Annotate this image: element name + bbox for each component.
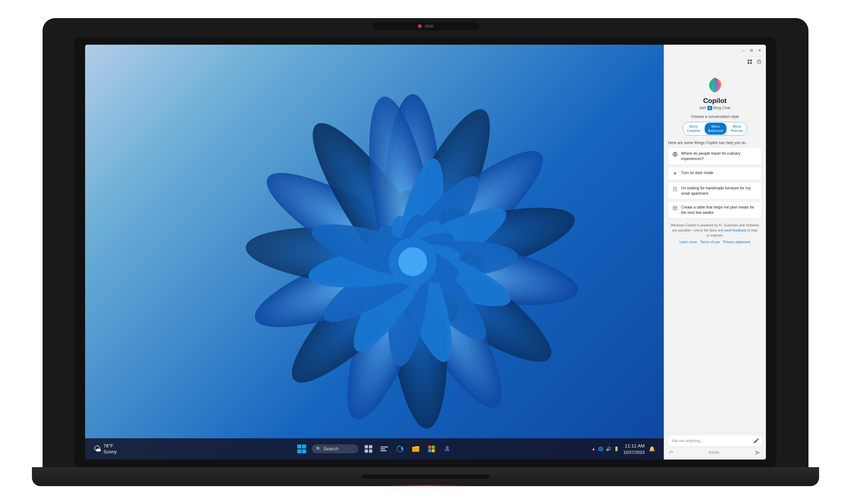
style-balanced-button[interactable]: MoreBalanced (705, 123, 726, 135)
store-button[interactable] (426, 443, 437, 455)
input-footer: 0/4000 (667, 447, 762, 457)
svg-rect-39 (428, 449, 431, 452)
new-conversation-icon[interactable] (668, 449, 675, 456)
wallpaper-flower (221, 61, 604, 444)
search-icon: 🔍 (316, 446, 321, 451)
svg-point-28 (398, 248, 427, 276)
footer-disclaimer: Windows Copilot is powered by AI. Surpri… (668, 223, 762, 238)
footer-links: Learn more Terms of use Privacy statemen… (680, 240, 750, 244)
terms-link[interactable]: Terms of use (700, 240, 720, 244)
style-precise-button[interactable]: MorePrecise (727, 123, 746, 135)
system-clock[interactable]: 11:11 AM 10/27/2023 (623, 443, 645, 455)
weather-temp: 78°F (103, 443, 116, 449)
suggestion-item-1[interactable]: Where do people travel for culinary expe… (668, 148, 762, 165)
input-box[interactable]: Ask me anything... 🎤 (667, 435, 762, 447)
weather-widget[interactable]: 🌤 78°F Sunny (94, 443, 116, 455)
style-buttons-group: MoreCreative MoreBalanced MorePrecise (683, 122, 747, 136)
copilot-title: Copilot (703, 97, 726, 105)
suggestion-item-2[interactable]: Turn on dark mode (668, 167, 762, 180)
copilot-logo (705, 75, 724, 95)
input-placeholder: Ask me anything... (672, 439, 752, 443)
svg-rect-37 (428, 446, 431, 449)
char-count: 0/4000 (709, 451, 719, 455)
taskbar-center: 🔍 Search (296, 443, 453, 455)
bing-badge: b (707, 106, 712, 110)
search-label: Search (323, 446, 338, 452)
learn-more-link[interactable]: Learn more (680, 240, 697, 244)
privacy-link[interactable]: Privacy statement (723, 240, 750, 244)
file-explorer-button[interactable] (410, 443, 421, 455)
suggestion-icon-4 (672, 205, 678, 212)
copilot-body: Copilot with b Bing Chat Choose a conver… (664, 67, 766, 432)
maximize-button[interactable]: ⧉ (748, 47, 755, 54)
grid-view-icon[interactable] (746, 58, 753, 65)
suggestion-icon-2 (672, 170, 678, 177)
svg-rect-29 (365, 445, 368, 449)
webcam-bar (372, 22, 479, 31)
tray-arrow[interactable]: ▲ (592, 447, 596, 451)
system-tray[interactable]: ▲ 🌐 🔊 🔋 (592, 446, 619, 451)
svg-rect-33 (380, 447, 388, 447)
send-button[interactable] (753, 449, 762, 457)
suggestion-text-4: Create a table that helps me plan meals … (681, 205, 758, 215)
copilot-subtitle: with b Bing Chat (699, 106, 730, 110)
tray-network[interactable]: 🌐 (598, 446, 603, 451)
laptop-hinge (362, 474, 489, 479)
taskbar-left: 🌤 78°F Sunny (94, 443, 116, 455)
svg-rect-32 (369, 449, 372, 453)
svg-rect-31 (365, 449, 368, 453)
svg-rect-43 (750, 59, 752, 61)
svg-rect-34 (380, 449, 385, 449)
copilot-toolbar (664, 56, 766, 67)
svg-rect-38 (432, 446, 435, 449)
svg-rect-42 (748, 59, 749, 61)
tray-battery[interactable]: 🔋 (614, 446, 619, 451)
wallpaper: 🌤 78°F Sunny (85, 45, 664, 460)
laptop-outer: 🌤 78°F Sunny (42, 18, 809, 486)
conversation-style-label: Choose a conversation style (691, 114, 739, 119)
minimize-button[interactable]: — (740, 47, 746, 54)
suggestion-text-3: I'm looking for handmade furniture for m… (681, 185, 758, 196)
close-button[interactable]: ✕ (756, 47, 763, 54)
suggestion-item-3[interactable]: I'm looking for handmade furniture for m… (668, 182, 762, 199)
taskbar-right: ▲ 🌐 🔊 🔋 11:11 AM 10/27/2023 🔔 (592, 443, 655, 455)
task-view-button[interactable] (363, 443, 374, 455)
suggestion-text-2: Turn on dark mode (681, 170, 713, 176)
style-creative-button[interactable]: MoreCreative (684, 123, 704, 135)
suggestions-header: Here are some things Copilot can help yo… (668, 141, 762, 145)
suggestion-icon-3 (672, 185, 678, 192)
edge-button[interactable] (394, 443, 406, 455)
webcam-dot (418, 24, 422, 28)
weather-condition: Sunny (103, 449, 116, 455)
red-accent (383, 485, 468, 486)
widgets-button[interactable] (379, 443, 390, 455)
weather-icon: 🌤 (94, 445, 101, 453)
screen: 🌤 78°F Sunny (85, 45, 766, 460)
history-icon[interactable] (756, 58, 763, 65)
tray-volume[interactable]: 🔊 (606, 446, 611, 451)
windows-logo-button[interactable] (296, 443, 307, 455)
mic-icon[interactable]: 🎤 (753, 438, 759, 444)
svg-rect-30 (369, 445, 372, 449)
clock-date: 10/27/2023 (623, 449, 645, 455)
taskbar: 🌤 78°F Sunny (85, 438, 664, 460)
svg-point-41 (446, 446, 449, 449)
svg-rect-48 (673, 187, 676, 191)
webcam-rect (425, 25, 433, 28)
send-feedback-link[interactable]: send feedback (724, 229, 746, 232)
copilot-panel: — ⧉ ✕ (664, 45, 766, 460)
svg-rect-35 (380, 450, 386, 451)
laptop-base (32, 467, 819, 486)
svg-rect-40 (432, 449, 435, 452)
screen-bezel: 🌤 78°F Sunny (74, 37, 777, 467)
suggestion-item-4[interactable]: Create a table that helps me plan meals … (668, 201, 762, 218)
teams-button[interactable] (441, 443, 453, 455)
copilot-input-area: Ask me anything... 🎤 0/4000 (664, 432, 766, 460)
clock-time: 11:11 AM (623, 443, 645, 449)
notification-bell[interactable]: 🔔 (649, 446, 655, 452)
svg-rect-44 (748, 62, 749, 64)
svg-rect-45 (750, 62, 752, 64)
taskbar-search[interactable]: 🔍 Search (312, 445, 359, 453)
suggestion-icon-1 (672, 151, 678, 158)
svg-rect-49 (673, 206, 677, 210)
